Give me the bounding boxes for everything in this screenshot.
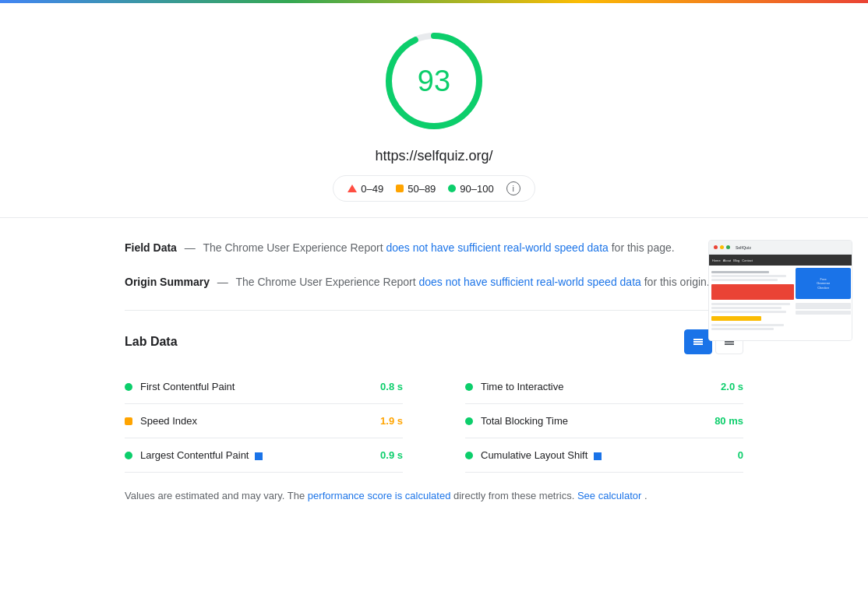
metric-row-cls: Cumulative Layout Shift 0: [465, 438, 743, 473]
legend-orange: 50–89: [396, 183, 436, 195]
metric-row-lcp: Largest Contentful Paint 0.9 s: [125, 438, 403, 473]
metrics-col-left: First Contentful Paint 0.8 s Speed Index…: [125, 370, 434, 473]
main-content: SelfQuiz Home About Blog Contact: [0, 218, 868, 528]
screenshot-thumbnail: SelfQuiz Home About Blog Contact: [708, 240, 852, 341]
metric-name-cls: Cumulative Layout Shift: [481, 449, 697, 461]
metric-row-tbt: Total Blocking Time 80 ms: [465, 404, 743, 438]
metric-value-cls: 0: [704, 449, 743, 461]
metric-value-fcp: 0.8 s: [364, 381, 403, 392]
metric-dot-tti: [465, 383, 473, 391]
metric-name-si: Speed Index: [140, 415, 356, 427]
window-dot-red: [714, 245, 718, 249]
screenshot-body: FreeGrammarChecker: [709, 266, 852, 340]
legend: 0–49 50–89 90–100 i: [333, 175, 535, 202]
metric-value-tti: 2.0 s: [704, 381, 743, 392]
metrics-col-right: Time to Interactive 2.0 s Total Blocking…: [434, 370, 743, 473]
metric-value-lcp: 0.9 s: [364, 449, 403, 461]
performance-score-link[interactable]: performance score is calculated: [308, 490, 451, 501]
metric-dot-lcp: [125, 452, 132, 459]
field-data-prefix: The Chrome User Experience Report: [203, 241, 386, 254]
score-value: 93: [418, 65, 450, 98]
divider: [125, 310, 743, 311]
footer-suffix: .: [644, 490, 647, 501]
legend-red-label: 0–49: [361, 183, 383, 195]
info-icon[interactable]: i: [506, 181, 520, 195]
field-data-section: Field Data — The Chrome User Experience …: [125, 241, 743, 254]
origin-summary-link[interactable]: does not have sufficient real-world spee…: [418, 276, 640, 288]
square-icon: [396, 185, 404, 192]
metric-name-tbt: Total Blocking Time: [481, 415, 697, 427]
legend-orange-label: 50–89: [408, 183, 436, 195]
screenshot-logo: SelfQuiz: [736, 245, 751, 250]
cls-flag-icon: [594, 452, 602, 460]
metric-row-si: Speed Index 1.9 s: [125, 404, 403, 438]
lab-data-header: Lab Data: [125, 329, 743, 354]
legend-green: 90–100: [448, 183, 493, 195]
metric-name-tti: Time to Interactive: [481, 381, 697, 392]
origin-summary-title: Origin Summary: [125, 276, 210, 288]
window-dot-yellow: [720, 245, 724, 249]
footer-prefix: Values are estimated and may vary. The: [125, 490, 308, 501]
metric-dot-fcp: [125, 383, 132, 391]
score-circle: 93: [379, 26, 489, 135]
metrics-grid: First Contentful Paint 0.8 s Speed Index…: [125, 370, 743, 473]
metric-dot-tbt: [465, 417, 473, 425]
metric-value-tbt: 80 ms: [704, 415, 743, 427]
score-section: 93 https://selfquiz.org/ 0–49 50–89 90–1…: [0, 3, 868, 218]
origin-summary-section: Origin Summary — The Chrome User Experie…: [125, 276, 743, 288]
lab-data-section: Lab Data: [125, 329, 743, 505]
field-data-link[interactable]: does not have sufficient real-world spee…: [386, 241, 608, 254]
origin-summary-suffix: for this origin.: [644, 276, 710, 288]
origin-summary-prefix: The Chrome User Experience Report: [235, 276, 418, 288]
legend-green-label: 90–100: [460, 183, 493, 195]
window-dot-green: [726, 245, 730, 249]
lcp-flag-icon: [255, 452, 263, 460]
field-data-suffix: for this page.: [612, 241, 675, 254]
field-data-title: Field Data: [125, 241, 177, 254]
metric-name-lcp: Largest Contentful Paint: [140, 449, 356, 461]
metric-dot-cls: [465, 452, 473, 459]
site-url: https://selfquiz.org/: [375, 148, 492, 164]
metric-dot-si: [125, 417, 132, 425]
metric-row-fcp: First Contentful Paint 0.8 s: [125, 370, 403, 404]
lab-data-title: Lab Data: [125, 335, 178, 349]
field-data-dash: —: [185, 241, 196, 254]
table-icon: [692, 336, 704, 348]
legend-red: 0–49: [348, 183, 383, 195]
circle-icon: [448, 185, 456, 192]
metric-name-fcp: First Contentful Paint: [140, 381, 356, 392]
metric-value-si: 1.9 s: [364, 415, 403, 427]
calculator-link[interactable]: See calculator: [577, 490, 641, 501]
footer-middle: directly from these metrics.: [453, 490, 577, 501]
footer-note: Values are estimated and may vary. The p…: [125, 488, 743, 505]
origin-summary-dash: —: [217, 276, 228, 288]
screenshot-nav: Home About Blog Contact: [709, 255, 852, 266]
triangle-icon: [348, 185, 357, 192]
metric-row-tti: Time to Interactive 2.0 s: [465, 370, 743, 404]
